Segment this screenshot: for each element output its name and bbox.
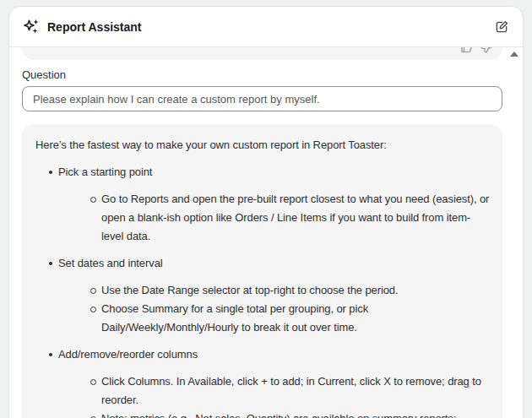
- feedback-buttons: [460, 47, 492, 54]
- section-item: Click Columns. In Available, click + to …: [101, 375, 481, 406]
- panel-title: Report Assistant: [47, 20, 142, 34]
- sparkle-icon: [23, 19, 40, 35]
- scrollbar-up-arrow-icon[interactable]: [510, 52, 518, 57]
- list-item: Click Columns. In Available, click + to …: [58, 372, 492, 410]
- list-item: Choose Summary for a single total per gr…: [58, 300, 492, 337]
- section-item: Note: metrics (e.g., Net sales, Quantity…: [101, 412, 456, 418]
- report-assistant-panel: Report Assistant: [8, 6, 524, 418]
- thumbs-down-button[interactable]: [479, 47, 492, 54]
- answer-intro: Here’s the fastest way to make your own …: [35, 136, 492, 155]
- question-input[interactable]: [22, 86, 502, 111]
- panel-header: Report Assistant: [9, 7, 523, 47]
- section-item: Choose Summary for a single total per gr…: [101, 302, 368, 334]
- thumbs-up-button[interactable]: [460, 47, 474, 54]
- answer-list: Pick a starting point Go to Reports and …: [35, 163, 492, 418]
- bullet-dot: [49, 171, 52, 174]
- section-title: Set dates and interval: [58, 257, 163, 269]
- bullet-circle: [90, 197, 96, 203]
- question-label: Question: [22, 67, 502, 84]
- thumbs-up-icon: [460, 47, 474, 54]
- chat-scroll-area: Question Here’s the fastest way to make …: [9, 47, 523, 418]
- bullet-circle: [90, 288, 96, 294]
- section-title: Add/remove/reorder columns: [58, 348, 198, 361]
- section-title: Pick a starting point: [58, 166, 152, 178]
- answer-panel: Here’s the fastest way to make your own …: [22, 124, 502, 418]
- section-item: Go to Reports and open the pre-built rep…: [101, 193, 489, 242]
- section-item: Use the Date Range selector at top-right…: [101, 284, 399, 296]
- list-item: Pick a starting point Go to Reports and …: [35, 163, 492, 246]
- list-item: Use the Date Range selector at top-right…: [58, 281, 492, 300]
- list-item: Set dates and interval Use the Date Rang…: [35, 254, 492, 337]
- bullet-dot: [49, 262, 52, 265]
- edit-compose-icon: [494, 19, 509, 35]
- bullet-circle: [90, 379, 96, 385]
- list-item: Add/remove/reorder columns Click Columns…: [35, 345, 492, 418]
- bullet-dot: [49, 353, 52, 356]
- list-item: Go to Reports and open the pre-built rep…: [58, 190, 492, 246]
- previous-answer-clipped: [22, 47, 502, 60]
- thumbs-down-icon: [479, 47, 492, 54]
- bullet-circle: [90, 307, 96, 312]
- new-conversation-button[interactable]: [494, 19, 509, 35]
- list-item: Note: metrics (e.g., Net sales, Quantity…: [58, 410, 492, 418]
